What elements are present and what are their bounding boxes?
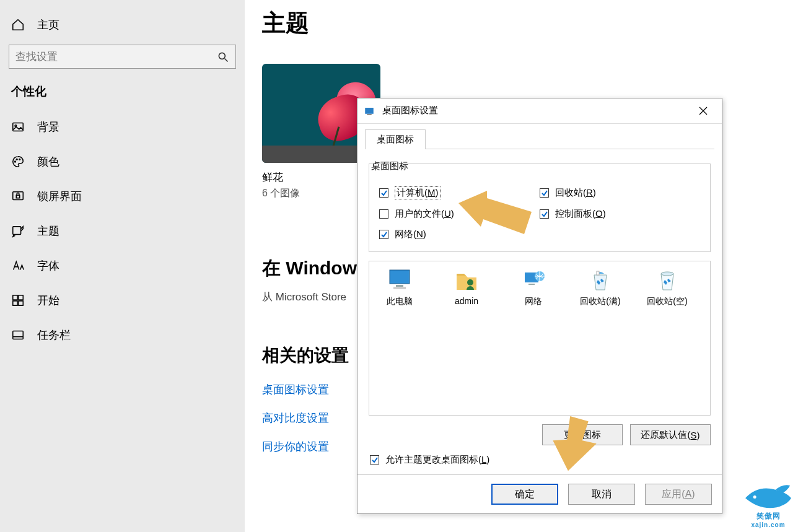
sidebar-item-taskbar[interactable]: 任务栏: [0, 318, 245, 352]
icon-recycle-empty[interactable]: 回收站(空): [644, 269, 690, 307]
theme-icon: [11, 224, 25, 238]
check-recycle-bin[interactable]: 回收站(R): [540, 186, 700, 199]
check-label: 网络(: [395, 229, 416, 239]
icon-preview-grid: 此电脑 admin 网络 回收站(满) 回收站(空): [369, 261, 711, 416]
watermark-brand: 笑傲网: [756, 511, 781, 521]
taskbar-icon: [11, 328, 25, 342]
svg-rect-9: [13, 227, 21, 235]
dialog-icon: [364, 106, 375, 117]
picture-icon: [11, 120, 25, 134]
start-icon: [11, 294, 25, 307]
svg-rect-12: [13, 301, 17, 305]
sidebar-home[interactable]: 主页: [0, 11, 245, 38]
search-icon: [217, 51, 229, 63]
svg-point-6: [19, 159, 20, 160]
checkbox-icon: [379, 188, 388, 198]
home-label: 主页: [37, 17, 59, 32]
search-box[interactable]: [9, 45, 236, 69]
svg-rect-13: [19, 301, 23, 305]
svg-point-24: [467, 279, 473, 286]
check-label: 回收站(: [555, 187, 586, 198]
search-container: [9, 45, 236, 69]
icon-label: 网络: [525, 296, 542, 307]
check-label: 控制面板(: [555, 208, 595, 219]
check-control-panel[interactable]: 控制面板(O): [540, 208, 700, 220]
checkbox-icon: [540, 188, 549, 198]
icon-label: admin: [455, 296, 478, 306]
page-title: 主题: [262, 7, 776, 39]
sidebar-item-background[interactable]: 背景: [0, 110, 245, 144]
user-folder-icon: [454, 269, 479, 292]
svg-rect-17: [367, 114, 372, 115]
sidebar-item-label: 任务栏: [37, 328, 71, 342]
apply-button[interactable]: 应用(A): [645, 484, 712, 505]
lockscreen-icon: [11, 190, 25, 203]
annotation-arrow-left: [458, 186, 533, 244]
sidebar-item-label: 主题: [37, 224, 59, 238]
checkbox-icon: [379, 230, 388, 239]
icon-network[interactable]: 网络: [511, 269, 556, 307]
check-label: 计算机(: [397, 187, 428, 198]
svg-rect-20: [390, 270, 410, 284]
close-button[interactable]: [691, 102, 716, 120]
watermark-icon: [742, 482, 794, 511]
sidebar-item-label: 背景: [37, 120, 59, 134]
svg-rect-26: [528, 284, 535, 285]
cancel-button[interactable]: 取消: [568, 484, 635, 505]
sidebar-item-themes[interactable]: 主题: [0, 214, 245, 248]
recycle-bin-empty-icon: [655, 269, 680, 292]
sidebar-item-lockscreen[interactable]: 锁屏界面: [0, 179, 245, 214]
svg-marker-31: [553, 416, 596, 471]
checkbox-icon: [370, 455, 379, 464]
sidebar-item-label: 颜色: [37, 154, 59, 169]
checkbox-icon: [540, 209, 549, 219]
dialog-titlebar[interactable]: 桌面图标设置: [357, 98, 722, 124]
svg-point-5: [16, 159, 17, 160]
check-label: 用户的文件(: [395, 208, 444, 219]
sidebar-item-label: 字体: [37, 258, 59, 273]
icon-this-pc[interactable]: 此电脑: [377, 269, 423, 307]
computer-icon: [387, 269, 412, 292]
sidebar-item-colors[interactable]: 颜色: [0, 144, 245, 179]
sidebar-item-label: 锁屏界面: [37, 189, 82, 204]
svg-rect-22: [396, 285, 403, 287]
sidebar: 主页 个性化 背景 颜色 锁屏界面 主题 字体 开始 任务栏: [0, 0, 245, 532]
watermark-url: xajin.com: [751, 521, 785, 528]
check-label: 允许主题更改桌面图标(: [385, 454, 481, 464]
icon-label: 回收站(满): [580, 296, 620, 307]
icon-user-folder[interactable]: admin: [444, 269, 489, 306]
section-title: 个性化: [0, 81, 245, 110]
watermark: 笑傲网 xajin.com: [742, 482, 794, 528]
svg-marker-30: [458, 191, 532, 234]
svg-rect-2: [13, 123, 24, 131]
ok-button[interactable]: 确定: [491, 484, 558, 505]
svg-rect-23: [393, 287, 406, 289]
network-icon: [521, 269, 546, 292]
svg-rect-28: [597, 271, 599, 275]
sidebar-item-label: 开始: [37, 293, 59, 308]
icon-label: 回收站(空): [647, 296, 687, 307]
checkbox-icon: [379, 209, 388, 219]
font-icon: [11, 259, 25, 273]
svg-point-4: [15, 161, 16, 162]
sidebar-item-fonts[interactable]: 字体: [0, 248, 245, 283]
svg-rect-14: [13, 331, 24, 339]
home-icon: [11, 18, 25, 32]
svg-point-0: [219, 53, 225, 59]
tab-desktop-icons[interactable]: 桌面图标: [365, 129, 426, 149]
svg-rect-8: [16, 195, 20, 198]
svg-line-1: [225, 58, 228, 61]
search-input[interactable]: [15, 51, 217, 63]
dialog-footer: 确定 取消 应用(A): [357, 474, 722, 513]
svg-point-29: [661, 272, 673, 276]
annotation-arrow-down: [539, 416, 613, 474]
svg-rect-11: [19, 295, 23, 300]
restore-defaults-button[interactable]: 还原默认值(S): [630, 424, 711, 445]
icon-label: 此电脑: [387, 296, 413, 307]
palette-icon: [11, 155, 25, 168]
recycle-bin-full-icon: [588, 269, 613, 292]
sidebar-item-start[interactable]: 开始: [0, 283, 245, 318]
dialog-title-text: 桌面图标设置: [382, 105, 438, 115]
icon-recycle-full[interactable]: 回收站(满): [577, 269, 623, 307]
svg-rect-10: [13, 295, 17, 300]
